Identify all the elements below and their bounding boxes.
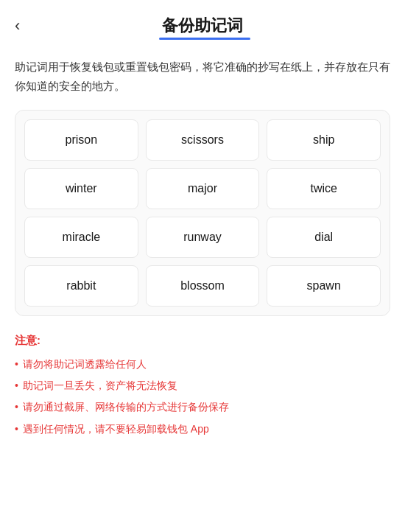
word-cell-11: spawn (267, 265, 381, 307)
notice-list: 请勿将助记词透露给任何人助记词一旦丢失，资产将无法恢复请勿通过截屏、网络传输的方… (15, 355, 390, 438)
header: ‹ 备份助记词 (0, 0, 405, 46)
word-cell-3: winter (24, 168, 138, 209)
word-cell-10: blossom (146, 265, 260, 307)
word-cell-6: miracle (24, 217, 138, 258)
notice-item-0: 请勿将助记词透露给任何人 (15, 355, 390, 374)
notice-item-1: 助记词一旦丢失，资产将无法恢复 (15, 377, 390, 395)
word-cell-5: twice (267, 168, 381, 209)
notice-item-3: 遇到任何情况，请不要轻易卸载钱包 App (15, 420, 390, 438)
mnemonic-grid: prisonscissorsshipwintermajortwicemiracl… (24, 119, 381, 307)
word-cell-8: dial (267, 217, 381, 258)
page-title: 备份助记词 (162, 16, 243, 35)
word-cell-7: runway (146, 217, 260, 258)
word-cell-0: prison (24, 119, 138, 161)
notice-title: 注意: (15, 334, 390, 348)
word-cell-1: scissors (146, 119, 260, 161)
word-cell-9: rabbit (24, 265, 138, 307)
title-underline-decoration (159, 38, 250, 40)
word-cell-4: major (146, 168, 260, 209)
description-text: 助记词用于恢复钱包或重置钱包密码，将它准确的抄写在纸上，并存放在只有你知道的安全… (0, 46, 405, 110)
notice-section: 注意: 请勿将助记词透露给任何人助记词一旦丢失，资产将无法恢复请勿通过截屏、网络… (0, 316, 405, 456)
word-cell-2: ship (267, 119, 381, 161)
mnemonic-grid-container: prisonscissorsshipwintermajortwicemiracl… (15, 110, 390, 316)
notice-item-2: 请勿通过截屏、网络传输的方式进行备份保存 (15, 398, 390, 416)
title-wrapper: 备份助记词 (162, 15, 243, 37)
back-button[interactable]: ‹ (15, 18, 20, 34)
